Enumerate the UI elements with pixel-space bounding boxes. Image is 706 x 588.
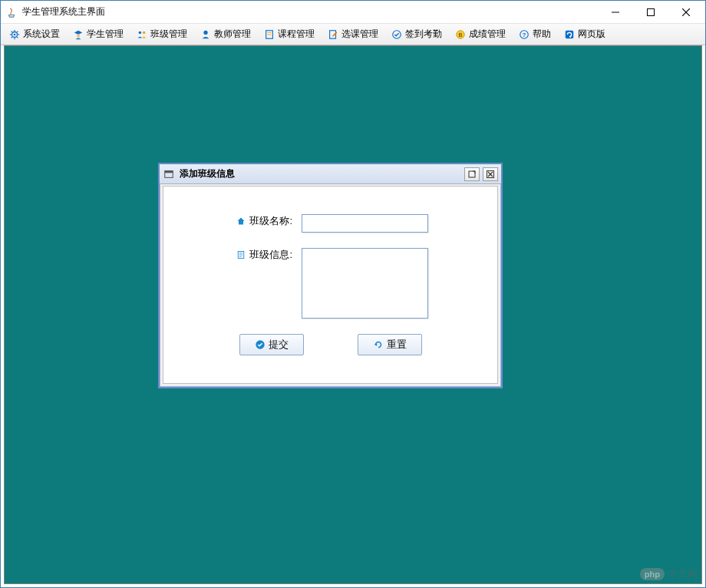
document-icon	[236, 249, 246, 260]
dialog-button-row: 提交 重置	[186, 334, 474, 355]
toolbar-grade-management[interactable]: B 成绩管理	[450, 26, 510, 42]
class-name-input[interactable]	[302, 214, 428, 233]
class-name-label: 班级名称:	[209, 214, 302, 228]
dialog-titlebar[interactable]: 添加班级信息	[160, 164, 501, 184]
class-info-textarea[interactable]	[302, 248, 428, 319]
submit-label: 提交	[269, 338, 289, 352]
toolbar-label: 学生管理	[87, 28, 124, 41]
svg-rect-27	[566, 30, 574, 38]
window-title: 学生管理系统主界面	[22, 5, 598, 18]
main-window: 学生管理系统主界面 系统设置	[0, 0, 706, 588]
svg-rect-31	[469, 171, 475, 177]
window-controls	[598, 1, 704, 23]
java-app-icon	[5, 6, 18, 18]
svg-text:?: ?	[523, 31, 526, 38]
close-button[interactable]	[668, 2, 704, 23]
svg-point-15	[139, 31, 142, 34]
toolbar-web-version[interactable]: 网页版	[559, 26, 610, 42]
dialog-controls	[464, 167, 498, 181]
toolbar-student-management[interactable]: 学生管理	[68, 26, 128, 42]
dialog-maximize-button[interactable]	[464, 167, 480, 181]
toolbar-select-course-management[interactable]: 选课管理	[322, 26, 383, 42]
reset-icon	[373, 339, 384, 350]
toolbar-help[interactable]: ? 帮助	[513, 26, 556, 42]
toolbar-label: 课程管理	[278, 28, 315, 41]
svg-point-5	[14, 33, 16, 35]
toolbar-label: 系统设置	[23, 28, 60, 41]
gear-icon	[8, 28, 21, 41]
titlebar: 学生管理系统主界面	[1, 1, 705, 24]
check-icon	[255, 339, 266, 350]
toolbar-course-management[interactable]: 课程管理	[259, 26, 319, 42]
toolbar-label: 选课管理	[341, 28, 378, 41]
toolbar-label: 班级管理	[150, 28, 187, 41]
toolbar-attendance[interactable]: 签到考勤	[386, 26, 447, 42]
class-info-row: 班级信息:	[186, 248, 474, 319]
maximize-button[interactable]	[633, 2, 668, 23]
select-course-icon	[327, 28, 339, 41]
class-name-label-text: 班级名称:	[249, 214, 292, 228]
add-class-dialog: 添加班级信息 班级名称:	[158, 163, 503, 388]
help-icon: ?	[518, 28, 530, 41]
svg-point-17	[203, 30, 207, 34]
web-icon	[563, 28, 576, 41]
student-icon	[72, 28, 84, 41]
toolbar-teacher-management[interactable]: 教师管理	[195, 26, 256, 42]
class-info-label: 班级信息:	[209, 248, 302, 262]
toolbar-label: 教师管理	[214, 28, 251, 41]
reset-button[interactable]: 重置	[358, 334, 422, 355]
toolbar-label: 帮助	[533, 28, 551, 41]
toolbar-label: 成绩管理	[469, 28, 506, 41]
class-info-label-text: 班级信息:	[249, 248, 292, 262]
class-icon	[136, 28, 148, 41]
svg-point-14	[77, 34, 80, 37]
home-icon	[236, 216, 246, 226]
submit-button[interactable]: 提交	[239, 334, 304, 355]
dialog-close-button[interactable]	[483, 167, 498, 181]
course-icon	[263, 28, 275, 41]
svg-point-16	[143, 31, 146, 34]
watermark-badge: php	[640, 568, 665, 580]
minimize-button[interactable]	[598, 2, 633, 23]
svg-rect-30	[165, 170, 173, 173]
reset-label: 重置	[387, 338, 407, 352]
window-icon	[163, 168, 175, 180]
desktop-area: 添加班级信息 班级名称:	[4, 45, 702, 584]
main-toolbar: 系统设置 学生管理 班级管理 教师管理 课程管理	[1, 24, 705, 45]
svg-line-13	[17, 31, 18, 31]
svg-rect-1	[648, 8, 655, 15]
teacher-icon	[200, 28, 212, 41]
toolbar-class-management[interactable]: 班级管理	[131, 26, 192, 42]
toolbar-label: 签到考勤	[405, 28, 442, 41]
watermark-text: 中文网	[668, 567, 698, 581]
svg-line-10	[12, 31, 12, 31]
grade-icon: B	[454, 28, 467, 41]
class-name-row: 班级名称:	[186, 214, 474, 233]
svg-line-12	[12, 37, 12, 38]
svg-text:B: B	[458, 31, 462, 37]
toolbar-system-settings[interactable]: 系统设置	[4, 26, 64, 42]
svg-line-11	[17, 37, 18, 38]
dialog-content: 班级名称: 班级信息:	[163, 186, 498, 384]
attendance-icon	[391, 28, 403, 41]
toolbar-label: 网页版	[578, 28, 605, 41]
dialog-title: 添加班级信息	[180, 167, 464, 180]
watermark: php 中文网	[640, 567, 698, 581]
